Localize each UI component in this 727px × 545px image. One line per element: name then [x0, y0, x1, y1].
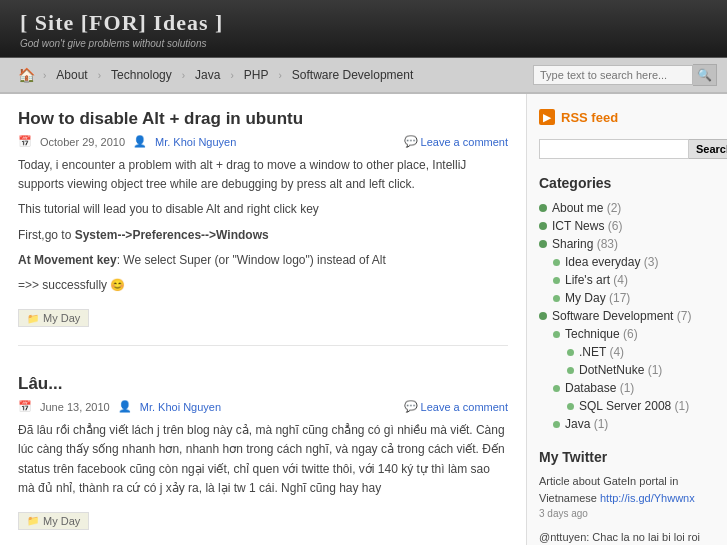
site-tagline: God won't give problems without solution… [20, 38, 707, 49]
main-content: How to disable Alt + drag in ubuntu 📅 Oc… [0, 94, 527, 545]
cat-label: DotNetNuke (1) [579, 363, 662, 377]
cat-dot [539, 222, 547, 230]
folder-icon-2: 📁 [27, 515, 39, 526]
cat-dot-small [567, 349, 574, 356]
nav-item-java[interactable]: Java [185, 58, 230, 92]
rss-icon: ▶ [539, 109, 555, 125]
post-1-tag[interactable]: 📁 My Day [18, 309, 89, 327]
cat-label: Database (1) [565, 381, 634, 395]
cat-dot-small [553, 331, 560, 338]
tweet-1-link[interactable]: http://is.gd/Yhwwnx [600, 492, 695, 504]
cat-label: Sharing (83) [552, 237, 618, 251]
cat-dot [539, 312, 547, 320]
cat-dot [539, 204, 547, 212]
cat-label: .NET (4) [579, 345, 624, 359]
nav-search-input[interactable] [533, 65, 693, 85]
content-wrapper: How to disable Alt + drag in ubuntu 📅 Oc… [0, 94, 727, 545]
cat-my-day[interactable]: My Day (17) [539, 289, 715, 307]
sidebar-search-button[interactable]: Search [689, 139, 727, 159]
cat-dot [539, 240, 547, 248]
cat-dot-small [553, 385, 560, 392]
sidebar-search: Search [539, 139, 715, 159]
post-2-meta: 📅 June 13, 2010 👤 Mr. Khoi Nguyen 💬 Leav… [18, 400, 508, 413]
cat-sqlserver[interactable]: SQL Server 2008 (1) [539, 397, 715, 415]
folder-icon: 📁 [27, 313, 39, 324]
post-2-date: June 13, 2010 [40, 401, 110, 413]
rss-feed-link[interactable]: ▶ RSS feed [539, 109, 715, 125]
cat-about-me[interactable]: About me (2) [539, 199, 715, 217]
cat-label: SQL Server 2008 (1) [579, 399, 689, 413]
cat-label: Life's art (4) [565, 273, 628, 287]
cat-dot-small [553, 421, 560, 428]
cat-java[interactable]: Java (1) [539, 415, 715, 433]
calendar-icon-2: 📅 [18, 400, 32, 413]
post-2: Lâu... 📅 June 13, 2010 👤 Mr. Khoi Nguyen… [18, 374, 508, 545]
cat-label: Java (1) [565, 417, 608, 431]
cat-dotnetnuke[interactable]: DotNetNuke (1) [539, 361, 715, 379]
comment-icon: 💬 [404, 135, 418, 148]
cat-dot-small [553, 277, 560, 284]
post-1-body: Today, i encounter a problem with alt + … [18, 156, 508, 295]
nav-search: 🔍 [533, 64, 717, 86]
site-header: [ Site [FOR] Ideas ] God won't give prob… [0, 0, 727, 58]
cat-label: Idea everyday (3) [565, 255, 658, 269]
sidebar: ▶ RSS feed Search Categories About me (2… [527, 94, 727, 545]
user-icon-2: 👤 [118, 400, 132, 413]
post-1-title[interactable]: How to disable Alt + drag in ubuntu [18, 109, 508, 129]
post-2-title[interactable]: Lâu... [18, 374, 508, 394]
cat-label: ICT News (6) [552, 219, 622, 233]
cat-sharing[interactable]: Sharing (83) [539, 235, 715, 253]
post-1-date: October 29, 2010 [40, 136, 125, 148]
post-1-author[interactable]: Mr. Khoi Nguyen [155, 136, 236, 148]
rss-label: RSS feed [561, 110, 618, 125]
post-1-comment[interactable]: 💬 Leave a comment [404, 135, 508, 148]
twitter-section: My Twitter Article about GateIn portal i… [539, 449, 715, 545]
cat-lifes-art[interactable]: Life's art (4) [539, 271, 715, 289]
twitter-title: My Twitter [539, 449, 715, 465]
nav-search-button[interactable]: 🔍 [693, 64, 717, 86]
post-1-meta: 📅 October 29, 2010 👤 Mr. Khoi Nguyen 💬 L… [18, 135, 508, 148]
cat-label: Technique (6) [565, 327, 638, 341]
post-1: How to disable Alt + drag in ubuntu 📅 Oc… [18, 109, 508, 346]
cat-database[interactable]: Database (1) [539, 379, 715, 397]
cat-technique[interactable]: Technique (6) [539, 325, 715, 343]
cat-label: About me (2) [552, 201, 621, 215]
calendar-icon: 📅 [18, 135, 32, 148]
post-2-comment[interactable]: 💬 Leave a comment [404, 400, 508, 413]
nav-item-software-dev[interactable]: Software Development [282, 58, 423, 92]
tweet-2-text: @nttuyen: Chac la no lai bi loi roi :D. … [539, 531, 714, 545]
categories-title: Categories [539, 175, 715, 191]
cat-net[interactable]: .NET (4) [539, 343, 715, 361]
cat-dot-small [553, 295, 560, 302]
cat-dot-small [553, 259, 560, 266]
nav-bar: 🏠 › About › Technology › Java › PHP › So… [0, 58, 727, 94]
comment-icon-2: 💬 [404, 400, 418, 413]
tweet-1: Article about GateIn portal in Vietnames… [539, 473, 715, 521]
cat-label: Software Development (7) [552, 309, 691, 323]
sidebar-search-input[interactable] [539, 139, 689, 159]
nav-item-php[interactable]: PHP [234, 58, 279, 92]
site-title: [ Site [FOR] Ideas ] [20, 10, 707, 36]
tweet-2: @nttuyen: Chac la no lai bi loi roi :D. … [539, 529, 715, 545]
cat-software-dev[interactable]: Software Development (7) [539, 307, 715, 325]
nav-item-technology[interactable]: Technology [101, 58, 182, 92]
post-2-tag[interactable]: 📁 My Day [18, 512, 89, 530]
nav-item-about[interactable]: About [46, 58, 97, 92]
cat-dot-small [567, 367, 574, 374]
cat-label: My Day (17) [565, 291, 630, 305]
post-2-body: Đã lâu rồi chẳng viết lách j trên blog n… [18, 421, 508, 498]
categories-section: Categories About me (2) ICT News (6) Sha… [539, 175, 715, 433]
tweet-1-time: 3 days ago [539, 506, 715, 521]
cat-ict-news[interactable]: ICT News (6) [539, 217, 715, 235]
cat-dot-small [567, 403, 574, 410]
cat-idea-everyday[interactable]: Idea everyday (3) [539, 253, 715, 271]
nav-home[interactable]: 🏠 [10, 67, 43, 83]
user-icon: 👤 [133, 135, 147, 148]
post-2-author[interactable]: Mr. Khoi Nguyen [140, 401, 221, 413]
